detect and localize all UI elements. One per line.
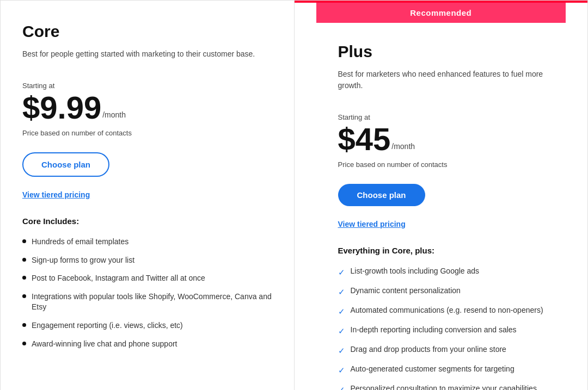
recommended-banner: Recommended xyxy=(316,3,566,23)
feature-text: List-growth tools including Google ads xyxy=(351,266,480,277)
bullet-icon xyxy=(22,294,26,298)
plus-feature-list: ✓List-growth tools including Google ads … xyxy=(338,266,544,390)
list-item: Award-winning live chat and phone suppor… xyxy=(22,339,272,350)
core-plan-description: Best for people getting started with mar… xyxy=(22,48,272,60)
plus-view-tiered-link[interactable]: View tiered pricing xyxy=(338,220,406,228)
bullet-icon xyxy=(22,258,26,262)
list-item: ✓Personalized consultation to maximize y… xyxy=(338,383,544,390)
plus-plan-description: Best for marketers who need enhanced fea… xyxy=(338,69,544,91)
core-plan-card: Core Best for people getting started wit… xyxy=(1,1,295,390)
plus-price-row: $45 /month xyxy=(338,123,544,155)
check-icon: ✓ xyxy=(338,286,345,298)
plus-includes-title: Everything in Core, plus: xyxy=(338,246,544,255)
check-icon: ✓ xyxy=(338,364,345,376)
core-price-period: /month xyxy=(102,110,126,119)
core-price-note: Price based on number of contacts xyxy=(22,129,272,137)
plus-starting-at-label: Starting at xyxy=(338,113,544,121)
check-icon: ✓ xyxy=(338,384,345,390)
core-starting-at-label: Starting at xyxy=(22,82,272,90)
feature-text: Drag and drop products from your online … xyxy=(351,344,506,355)
pricing-container: Core Best for people getting started wit… xyxy=(0,0,588,390)
feature-text: Integrations with popular tools like Sho… xyxy=(32,292,272,313)
core-plan-name: Core xyxy=(22,22,272,41)
check-icon: ✓ xyxy=(338,267,345,278)
plus-inner: Plus Best for marketers who need enhance… xyxy=(316,42,566,390)
core-price-amount: $9.99 xyxy=(22,92,101,123)
list-item: Engagement reporting (i.e. views, clicks… xyxy=(22,320,272,331)
feature-text: Personalized consultation to maximize yo… xyxy=(351,383,537,390)
list-item: ✓List-growth tools including Google ads xyxy=(338,266,544,278)
list-item: ✓In-depth reporting including conversion… xyxy=(338,325,544,337)
feature-text: Post to Facebook, Instagram and Twitter … xyxy=(32,273,205,284)
core-includes-title: Core Includes: xyxy=(22,216,272,226)
check-icon: ✓ xyxy=(338,306,345,317)
check-icon: ✓ xyxy=(338,345,345,356)
feature-text: Sign-up forms to grow your list xyxy=(32,255,134,266)
bullet-icon xyxy=(22,276,26,280)
list-item: Integrations with popular tools like Sho… xyxy=(22,292,272,313)
plus-plan-card: Recommended Plus Best for marketers who … xyxy=(295,1,588,390)
core-choose-plan-button[interactable]: Choose plan xyxy=(22,152,109,177)
list-item: Post to Facebook, Instagram and Twitter … xyxy=(22,273,272,284)
list-item: ✓Automated communications (e.g. resend t… xyxy=(338,305,544,317)
core-price-row: $9.99 /month xyxy=(22,92,272,123)
core-feature-list: Hundreds of email templates Sign-up form… xyxy=(22,237,272,349)
list-item: ✓Auto-generated customer segments for ta… xyxy=(338,364,544,376)
feature-text: Auto-generated customer segments for tar… xyxy=(351,364,514,375)
bullet-icon xyxy=(22,239,26,243)
plus-plan-name: Plus xyxy=(338,42,544,61)
list-item: ✓Dynamic content personalization xyxy=(338,286,544,298)
list-item: Hundreds of email templates xyxy=(22,237,272,247)
feature-text: Engagement reporting (i.e. views, clicks… xyxy=(32,320,183,331)
core-view-tiered-link[interactable]: View tiered pricing xyxy=(22,190,90,199)
plus-price-amount: $45 xyxy=(338,123,391,155)
list-item: ✓Drag and drop products from your online… xyxy=(338,344,544,356)
feature-text: Automated communications (e.g. resend to… xyxy=(351,305,543,316)
list-item: Sign-up forms to grow your list xyxy=(22,255,272,266)
bullet-icon xyxy=(22,342,26,345)
feature-text: Dynamic content personalization xyxy=(351,286,461,296)
feature-text: In-depth reporting including conversion … xyxy=(351,325,517,336)
feature-text: Hundreds of email templates xyxy=(32,237,128,247)
plus-price-period: /month xyxy=(391,142,415,151)
plus-price-note: Price based on number of contacts xyxy=(338,160,544,169)
feature-text: Award-winning live chat and phone suppor… xyxy=(32,339,177,350)
bullet-icon xyxy=(22,323,26,327)
check-icon: ✓ xyxy=(338,325,345,337)
plus-choose-plan-button[interactable]: Choose plan xyxy=(338,184,425,206)
